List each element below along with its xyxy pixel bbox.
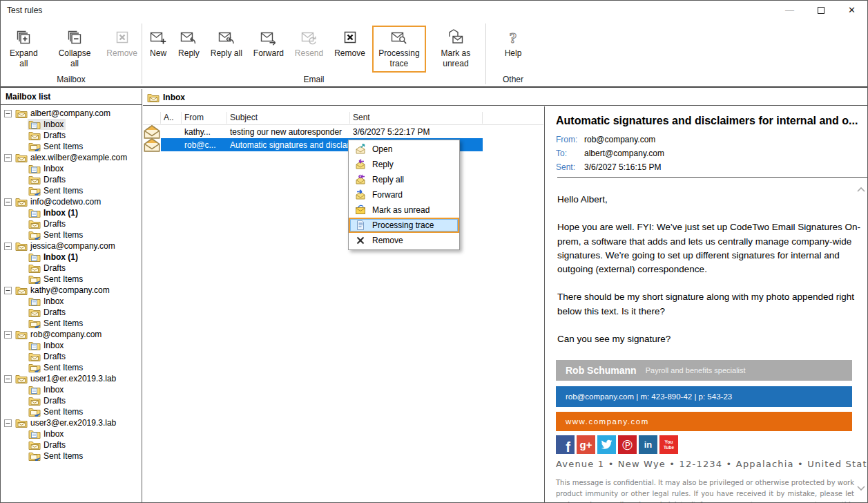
column-header-subject[interactable]: Subject <box>227 112 350 124</box>
toolbar-button-label: Expand all <box>5 48 43 69</box>
sidebar-folder-inbox[interactable]: Inbox <box>1 163 142 174</box>
column-header-from[interactable]: From <box>182 112 227 124</box>
message-sent: 3/6/2027 5:22:17 PM <box>350 127 483 137</box>
body-paragraph: Can you see my signature? <box>557 332 865 346</box>
toolbar-button-new[interactable]: New <box>145 26 171 62</box>
menu-remove-icon <box>355 235 366 246</box>
column-header-sent[interactable]: Sent <box>350 112 483 124</box>
mailbox-folder-icon <box>15 197 28 207</box>
context-menu-item-processing-trace[interactable]: Processing trace <box>349 218 459 233</box>
collapse-expander-icon[interactable] <box>4 198 12 206</box>
social-icons-row: fg+℗inYouTube <box>556 435 852 454</box>
toolbar-group-email: NewReplyReply allForwardResendRemoveProc… <box>142 19 485 86</box>
toolbar-button-forward[interactable]: Forward <box>249 26 288 62</box>
minimize-button[interactable]: — <box>774 1 805 19</box>
sidebar-folder-drafts[interactable]: Drafts <box>1 263 142 274</box>
sidebar-folder-sent-items[interactable]: Sent Items <box>1 318 142 329</box>
signature-website-bar[interactable]: www.company.com <box>556 412 852 431</box>
pinterest-icon[interactable]: ℗ <box>618 435 637 454</box>
context-menu-item-reply-all[interactable]: Reply all <box>349 172 459 187</box>
toolbar-button-collapse-all[interactable]: Collapse all <box>50 26 100 73</box>
sidebar-folder-sent-items[interactable]: Sent Items <box>1 450 142 462</box>
sidebar-folder-drafts[interactable]: Drafts <box>1 351 142 362</box>
mailbox-account[interactable]: albert@company.com <box>1 108 142 119</box>
sidebar-folder-sent-items[interactable]: Sent Items <box>1 229 142 240</box>
signature-address: Avenue 1 • New Wye • 12-1234 • Appalachi… <box>556 459 852 469</box>
mailbox-account[interactable]: kathy@company.com <box>1 285 142 296</box>
sidebar-folder-sent-items[interactable]: Sent Items <box>1 362 142 373</box>
close-button[interactable]: ✕ <box>836 1 867 19</box>
context-menu-item-remove[interactable]: Remove <box>349 233 459 248</box>
scroll-down-icon[interactable] <box>856 483 866 493</box>
reading-scrollbar[interactable] <box>856 175 866 498</box>
scroll-up-icon[interactable] <box>856 185 866 195</box>
context-menu-label: Reply all <box>372 175 404 184</box>
linkedin-icon[interactable]: in <box>639 435 657 454</box>
sidebar-folder-inbox[interactable]: Inbox <box>1 296 142 307</box>
folder-label: Drafts <box>44 263 66 273</box>
inbox-panel-title: Inbox <box>163 93 185 102</box>
folder-sent-icon <box>28 319 41 328</box>
sidebar-folder-drafts[interactable]: Drafts <box>1 439 142 450</box>
mailbox-account[interactable]: info@codetwo.com <box>1 196 142 207</box>
message-row[interactable]: kathy...testing our new autoresponder3/6… <box>143 125 543 138</box>
sidebar-folder-inbox-1[interactable]: Inbox (1) <box>1 207 142 218</box>
collapse-expander-icon[interactable] <box>4 154 12 162</box>
message-subject: Automatic signatures and disclaimers for… <box>556 115 867 127</box>
collapse-expander-icon[interactable] <box>4 243 12 250</box>
collapse-expander-icon[interactable] <box>4 287 12 294</box>
sidebar-folder-inbox[interactable]: Inbox <box>1 428 142 439</box>
sidebar-folder-drafts[interactable]: Drafts <box>1 395 142 406</box>
sidebar-folder-drafts[interactable]: Drafts <box>1 130 142 141</box>
google-plus-icon[interactable]: g+ <box>577 435 595 454</box>
sidebar-folder-drafts[interactable]: Drafts <box>1 307 142 318</box>
reading-pane: Automatic signatures and disclaimers for… <box>544 106 867 502</box>
message-row[interactable]: rob@c...Automatic signatures and disclai… <box>143 138 543 151</box>
column-header-icon[interactable] <box>143 112 161 124</box>
sidebar-folder-drafts[interactable]: Drafts <box>1 174 142 185</box>
mail-new-icon <box>149 28 167 46</box>
context-menu-item-forward[interactable]: Forward <box>349 187 459 202</box>
context-menu-item-open[interactable]: Open <box>349 142 459 157</box>
twitter-icon[interactable] <box>597 435 616 454</box>
facebook-icon[interactable]: f <box>556 435 575 454</box>
collapse-expander-icon[interactable] <box>4 110 12 117</box>
sidebar-folder-sent-items[interactable]: Sent Items <box>1 141 142 152</box>
toolbar-button-expand-all[interactable]: Expand all <box>1 26 47 73</box>
mailbox-account[interactable]: user3@er.ex2019.3.lab <box>1 417 142 428</box>
account-email: user1@er.ex2019.3.lab <box>30 374 116 383</box>
toolbar-button-help[interactable]: ?Help <box>500 26 526 62</box>
signature-name: Rob Schumann <box>556 365 637 376</box>
sidebar-folder-drafts[interactable]: Drafts <box>1 218 142 229</box>
sidebar-folder-sent-items[interactable]: Sent Items <box>1 185 142 196</box>
column-header-a[interactable]: A.. <box>161 112 182 124</box>
context-menu-item-reply[interactable]: Reply <box>349 157 459 172</box>
account-email: user3@er.ex2019.3.lab <box>30 418 116 428</box>
maximize-button[interactable] <box>805 1 836 19</box>
menu-reply-icon <box>355 159 366 170</box>
message-body: Hello Albert,Hope you are well. FYI: We'… <box>556 178 865 346</box>
folder-label: Drafts <box>44 131 66 140</box>
mailbox-folder-icon <box>15 285 28 295</box>
toolbar-button-reply-all[interactable]: Reply all <box>206 26 247 62</box>
mailbox-account[interactable]: user1@er.ex2019.3.lab <box>1 373 142 384</box>
collapse-expander-icon[interactable] <box>4 331 12 339</box>
youtube-icon[interactable]: YouTube <box>659 435 678 454</box>
context-menu-item-mark-as-unread[interactable]: Mark as unread <box>349 202 459 218</box>
toolbar-button-mark-as-unread[interactable]: Mark as unread <box>429 26 483 73</box>
collapse-expander-icon[interactable] <box>4 419 12 427</box>
sidebar-folder-inbox[interactable]: Inbox <box>1 119 142 130</box>
sidebar-folder-sent-items[interactable]: Sent Items <box>1 274 142 285</box>
sidebar-folder-inbox-1[interactable]: Inbox (1) <box>1 252 142 263</box>
mailbox-account[interactable]: alex.wilber@example.com <box>1 152 142 163</box>
sidebar-folder-sent-items[interactable]: Sent Items <box>1 406 142 417</box>
mailbox-account[interactable]: jessica@company.com <box>1 240 142 252</box>
toolbar-button-processing-trace[interactable]: Processing trace <box>372 26 426 73</box>
sidebar-folder-inbox[interactable]: Inbox <box>1 340 142 351</box>
folder-sent-icon <box>28 142 41 151</box>
toolbar-button-reply[interactable]: Reply <box>174 26 204 62</box>
mailbox-account[interactable]: rob@company.com <box>1 329 142 340</box>
toolbar-button-remove[interactable]: Remove <box>330 26 369 62</box>
collapse-expander-icon[interactable] <box>4 375 12 383</box>
sidebar-folder-inbox[interactable]: Inbox <box>1 384 142 395</box>
